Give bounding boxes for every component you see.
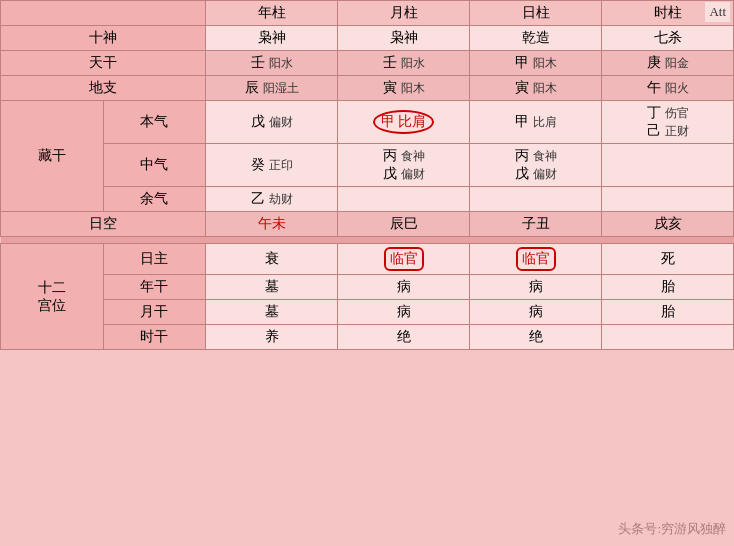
yuqi-year-desc: 劫财 [269,191,293,208]
tiangan-hour-desc: 阳金 [665,55,689,72]
zhongqi-month-desc1: 食神 [401,148,425,165]
zhongqi-month-char1: 丙 [383,147,397,165]
dizhi-month-desc: 阳木 [401,80,425,97]
tiangan-hour: 庚 阳金 [602,51,734,76]
shishen-year: 枭神 [206,26,338,51]
gongwei-yuegan-day: 病 [470,300,602,325]
dizhi-month-char: 寅 [383,79,397,97]
shishen-row: 十神 枭神 枭神 乾造 七杀 [1,26,734,51]
attr-badge: Att [705,2,730,22]
dizhi-label: 地支 [1,76,206,101]
rikong-day: 子丑 [470,212,602,237]
zhongqi-hour [602,144,734,187]
rizhu-label: 日主 [103,244,206,275]
zhongqi-year: 癸 正印 [206,144,338,187]
dizhi-month: 寅 阳木 [338,76,470,101]
dizhi-day-desc: 阳木 [533,80,557,97]
rikong-hour: 戌亥 [602,212,734,237]
benqi-hour: 丁 伤官 己 正财 [602,101,734,144]
gongwei-rizhu-month-circled: 临官 [384,247,424,271]
benqi-month: 甲 比肩 [338,101,470,144]
tiangan-month: 壬 阳水 [338,51,470,76]
dizhi-year: 辰 阳湿土 [206,76,338,101]
zhongqi-year-char: 癸 [251,156,265,174]
benqi-day: 甲 比肩 [470,101,602,144]
gongwei-shigan-row: 时干 养 绝 绝 [1,325,734,350]
zhongqi-day-desc1: 食神 [533,148,557,165]
yuegan-label: 月干 [103,300,206,325]
benqi-year-char: 戊 [251,113,265,131]
tiangan-year-char: 壬 [251,54,265,72]
dizhi-day: 寅 阳木 [470,76,602,101]
gongwei-niangan-day: 病 [470,275,602,300]
gongwei-shigan-year: 养 [206,325,338,350]
zhongqi-year-desc: 正印 [269,157,293,174]
dizhi-row: 地支 辰 阳湿土 寅 阳木 寅 阳木 [1,76,734,101]
zhongqi-month-desc2: 偏财 [401,166,425,183]
tiangan-year: 壬 阳水 [206,51,338,76]
gongwei-yuegan-hour: 胎 [602,300,734,325]
spacer-row [1,237,734,244]
gongwei-yuegan-year: 墓 [206,300,338,325]
dizhi-hour-desc: 阳火 [665,80,689,97]
tiangan-month-desc: 阳水 [401,55,425,72]
gongwei-niangan-row: 年干 墓 病 病 胎 [1,275,734,300]
tiangan-day-desc: 阳木 [533,55,557,72]
canggan-label: 藏干 [1,101,104,212]
benqi-year-desc: 偏财 [269,114,293,131]
yuqi-year-char: 乙 [251,190,265,208]
dizhi-year-char: 辰 [245,79,259,97]
tiangan-year-desc: 阳水 [269,55,293,72]
benqi-hour-desc2: 正财 [665,123,689,140]
spacer [1,237,734,244]
gongwei-rizhu-hour: 死 [602,244,734,275]
gongwei-rizhu-row: 十二 宫位 日主 衰 临官 临官 死 [1,244,734,275]
zhongqi-day-char1: 丙 [515,147,529,165]
tiangan-label: 天干 [1,51,206,76]
rikong-year: 午未 [206,212,338,237]
benqi-hour-char: 丁 [647,104,661,122]
gongwei-niangan-month: 病 [338,275,470,300]
tiangan-month-char: 壬 [383,54,397,72]
gongwei-shigan-hour [602,325,734,350]
canggan-benqi-row: 藏干 本气 戊 偏财 甲 比肩 甲 比肩 [1,101,734,144]
dizhi-hour-char: 午 [647,79,661,97]
zhongqi-month: 丙 食神 戊 偏财 [338,144,470,187]
gongwei-rizhu-year: 衰 [206,244,338,275]
shishen-month: 枭神 [338,26,470,51]
rikong-label: 日空 [1,212,206,237]
canggan-zhongqi-row: 中气 癸 正印 丙 食神 戊 偏财 [1,144,734,187]
gongwei-label1: 十二 宫位 [1,244,104,350]
canggan-yuqi-row: 余气 乙 劫财 [1,187,734,212]
shigan-label: 时干 [103,325,206,350]
gongwei-rizhu-day-circled: 临官 [516,247,556,271]
niangan-label: 年干 [103,275,206,300]
empty-header [1,1,206,26]
gongwei-yuegan-row: 月干 墓 病 病 胎 [1,300,734,325]
gongwei-niangan-year: 墓 [206,275,338,300]
benqi-month-char: 甲 比肩 [373,110,435,134]
gongwei-rizhu-day: 临官 [470,244,602,275]
rikong-month: 辰巳 [338,212,470,237]
shishen-day: 乾造 [470,26,602,51]
rikong-row: 日空 午未 辰巳 子丑 戌亥 [1,212,734,237]
tiangan-row: 天干 壬 阳水 壬 阳水 甲 阳木 [1,51,734,76]
month-header: 月柱 [338,1,470,26]
gongwei-shigan-month: 绝 [338,325,470,350]
dizhi-year-desc: 阳湿土 [263,80,299,97]
yuqi-hour [602,187,734,212]
dizhi-day-char: 寅 [515,79,529,97]
yuqi-year: 乙 劫财 [206,187,338,212]
shishen-label: 十神 [1,26,206,51]
benqi-hour-char2: 己 [647,122,661,140]
yuqi-label: 余气 [103,187,206,212]
year-header: 年柱 [206,1,338,26]
zhongqi-month-char2: 戊 [383,165,397,183]
tiangan-day: 甲 阳木 [470,51,602,76]
zhongqi-day: 丙 食神 戊 偏财 [470,144,602,187]
shishen-hour: 七杀 [602,26,734,51]
benqi-year: 戊 偏财 [206,101,338,144]
benqi-day-char: 甲 [515,113,529,131]
zhongqi-label: 中气 [103,144,206,187]
yuqi-month [338,187,470,212]
